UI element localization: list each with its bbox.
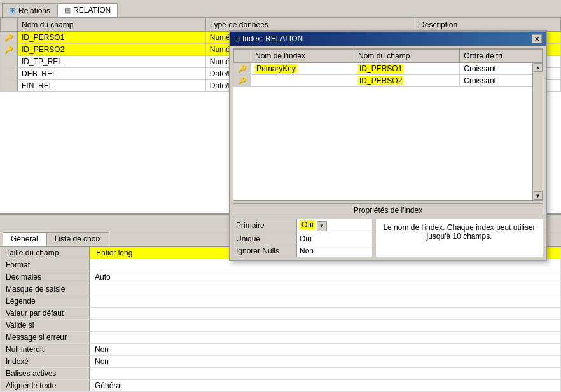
scroll-down-btn[interactable]: ▼ (534, 191, 543, 200)
index-th-key (234, 50, 251, 63)
prop-value-cell: Non (297, 245, 373, 257)
prop-label: Ignorer Nulls (233, 245, 297, 257)
index-props-table: Primaire Oui▼ Unique Oui Ignorer Nulls N… (233, 219, 373, 257)
tab-relation[interactable]: ▦ RELATION (57, 3, 118, 17)
prop-value-highlighted: Oui (300, 220, 315, 229)
bottom-prop-value (90, 308, 561, 320)
tab-liste-choix[interactable]: Liste de choix (46, 232, 109, 246)
prop-label: Unique (233, 233, 297, 245)
bottom-prop-row: Valide si (1, 320, 561, 332)
relation-icon: ▦ (64, 6, 71, 15)
index-prop-row: Ignorer Nulls Non (233, 245, 373, 257)
bottom-prop-label: Indexé (1, 356, 90, 368)
bottom-prop-row: Légende (1, 295, 561, 308)
bottom-prop-label: Décimales (1, 271, 90, 283)
bottom-prop-row: Null interdit Non (1, 344, 561, 356)
bottom-prop-value (90, 368, 561, 380)
index-sort-cell: Croissant (460, 63, 543, 75)
bottom-prop-label: Null interdit (1, 344, 90, 356)
th-data-type: Type de données (205, 18, 415, 32)
modal-titlebar: ⊞ Index: RELATION ✕ (230, 32, 546, 46)
bottom-prop-value: Général (90, 380, 561, 392)
th-description: Description (415, 18, 561, 32)
bottom-prop-label: Masque de saisie (1, 283, 90, 295)
field-name-cell: ID_PERSO2 (18, 44, 206, 56)
modal-content: Nom de l'index Nom du champ Ordre de tri… (230, 46, 546, 260)
prop-value: Non (300, 247, 314, 255)
prop-label: Primaire (233, 219, 297, 233)
index-key-cell: 🔑 (234, 75, 251, 87)
key-cell: 🔑 (1, 32, 18, 44)
index-prop-row: Primaire Oui▼ (233, 219, 373, 233)
field-name-cell: ID_TP_REL (18, 56, 206, 68)
tab-relations[interactable]: ⊞ Relations (2, 3, 57, 17)
prop-value: Oui (300, 234, 312, 243)
index-props-body: Primaire Oui▼ Unique Oui Ignorer Nulls N… (233, 219, 543, 257)
key-cell: 🔑 (1, 44, 18, 56)
index-th-sort: Ordre de tri (460, 50, 543, 63)
index-table-container: Nom de l'index Nom du champ Ordre de tri… (233, 48, 543, 201)
field-name-cell: DEB_REL (18, 68, 206, 80)
tab-relation-label: RELATION (73, 6, 111, 15)
prop-value-cell: Oui (297, 233, 373, 245)
prop-value-cell: Oui▼ (297, 219, 373, 233)
key-cell (1, 56, 18, 68)
prop-dropdown-arrow[interactable]: ▼ (317, 221, 327, 231)
index-key-cell: 🔑 (234, 63, 251, 75)
bottom-prop-row: Balises actives (1, 368, 561, 380)
bottom-prop-label: Balises actives (1, 368, 90, 380)
key-icon: 🔑 (238, 65, 247, 72)
modal-close-button[interactable]: ✕ (532, 34, 542, 43)
index-field-cell: ID_PERSO2 (354, 75, 460, 87)
key-cell (1, 68, 18, 80)
close-icon: ✕ (534, 36, 539, 43)
bottom-prop-row: Indexé Non (1, 356, 561, 368)
index-row[interactable]: 🔑 PrimaryKey ID_PERSO1 Croissant (234, 63, 543, 75)
bottom-prop-label: Taille du champ (1, 247, 90, 259)
tab-relations-label: Relations (18, 6, 50, 15)
upper-pane: Nom du champ Type de données Description… (0, 18, 561, 214)
index-scrollbar[interactable]: ▲ ▼ (532, 63, 543, 200)
bottom-prop-label: Valeur par défaut (1, 308, 90, 320)
index-th-field: Nom du champ (354, 50, 460, 63)
index-th-name: Nom de l'index (251, 50, 354, 63)
bottom-prop-value: Non (90, 344, 561, 356)
index-sort-cell: Croissant (460, 75, 543, 87)
bottom-prop-label: Valide si (1, 320, 90, 332)
bottom-prop-value (90, 283, 561, 295)
bottom-prop-row: Message si erreur (1, 332, 561, 344)
bottom-prop-row: Aligner le texte Général (1, 380, 561, 392)
bottom-prop-value (90, 320, 561, 332)
index-help-text: Le nom de l'index. Chaque index peut uti… (375, 219, 543, 257)
modal-title: Index: RELATION (242, 34, 303, 43)
bottom-prop-label: Légende (1, 295, 90, 308)
tab-bar: ⊞ Relations ▦ RELATION (0, 0, 561, 18)
key-icon: 🔑 (238, 77, 247, 84)
bottom-prop-value: Non (90, 356, 561, 368)
index-props-header: Propriétés de l'index (233, 203, 543, 217)
field-name-cell: FIN_REL (18, 80, 206, 92)
bottom-prop-value (90, 332, 561, 344)
th-field-name: Nom du champ (18, 18, 206, 32)
modal-icon: ⊞ (234, 35, 240, 43)
index-field-cell: ID_PERSO1 (354, 63, 460, 75)
modal-title-left: ⊞ Index: RELATION (234, 34, 303, 43)
bottom-prop-row: Masque de saisie (1, 283, 561, 295)
bottom-prop-label: Aligner le texte (1, 380, 90, 392)
bottom-prop-label: Message si erreur (1, 332, 90, 344)
index-modal: ⊞ Index: RELATION ✕ Nom de l'index (229, 30, 547, 261)
bottom-props-content: Taille du champ Entier long Format Décim… (0, 247, 561, 392)
index-name-cell (251, 75, 354, 87)
tab-general[interactable]: Général (3, 232, 46, 246)
bottom-prop-row: Valeur par défaut (1, 308, 561, 320)
index-name-cell: PrimaryKey (251, 63, 354, 75)
key-cell (1, 80, 18, 92)
bottom-prop-value (90, 295, 561, 308)
scroll-up-btn[interactable]: ▲ (534, 63, 543, 72)
field-name-cell: ID_PERSO1 (18, 32, 206, 44)
index-prop-row: Unique Oui (233, 233, 373, 245)
main-area: Nom du champ Type de données Description… (0, 18, 561, 392)
bottom-prop-label: Format (1, 259, 90, 271)
relations-icon: ⊞ (9, 6, 16, 15)
index-row[interactable]: 🔑 ID_PERSO2 Croissant (234, 75, 543, 87)
